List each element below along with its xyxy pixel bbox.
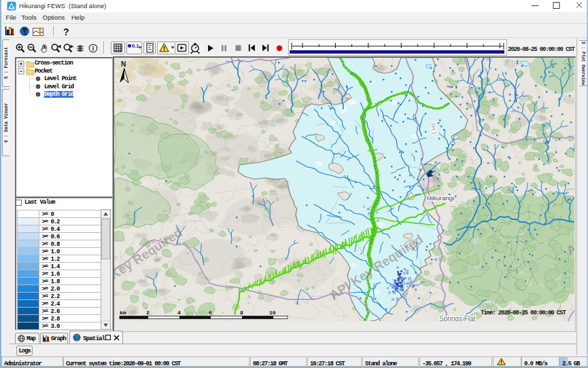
svg-text:N: N [121,60,126,68]
svg-text:Springs Flat: Springs Flat [439,315,476,321]
svg-text:Hikurangi: Hikurangi [427,194,454,202]
svg-text:6: 6 [209,310,212,316]
svg-text:km: km [120,310,126,316]
svg-text:8: 8 [240,310,243,316]
svg-text:10: 10 [269,310,276,316]
svg-text:4: 4 [177,310,181,316]
svg-text:2: 2 [146,310,150,316]
svg-text:Time: 2020-08-25 00:00:00 CST: Time: 2020-08-25 00:00:00 CST [481,310,566,316]
